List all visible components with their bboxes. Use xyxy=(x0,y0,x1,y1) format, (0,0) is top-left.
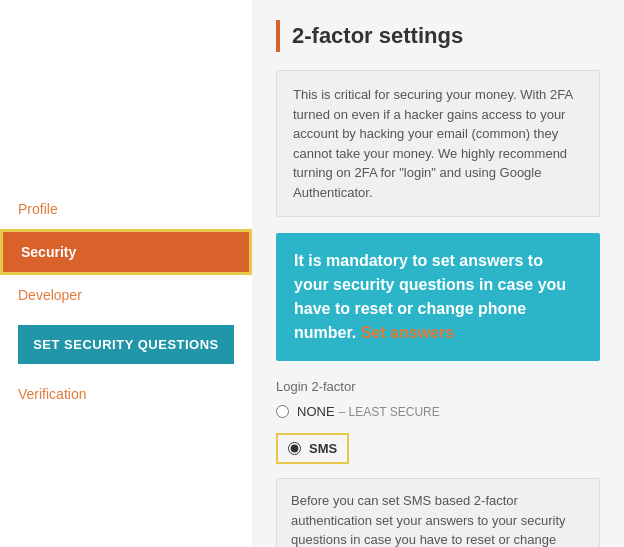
radio-sms-label: SMS xyxy=(309,441,337,456)
login-2fa-label: Login 2-factor xyxy=(276,379,600,394)
sidebar-item-profile[interactable]: Profile xyxy=(0,189,252,229)
sms-info-text: Before you can set SMS based 2-factor au… xyxy=(291,493,566,547)
radio-group: NONE – LEAST SECURE xyxy=(276,404,600,419)
sidebar-item-developer[interactable]: Developer xyxy=(0,275,252,315)
page-title: 2-factor settings xyxy=(292,23,463,49)
sidebar-item-security[interactable]: Security xyxy=(0,229,252,275)
set-security-questions-button[interactable]: SET SECURITY QUESTIONS xyxy=(18,325,234,364)
sms-option-wrapper[interactable]: SMS xyxy=(276,433,349,464)
sidebar-item-verification[interactable]: Verification xyxy=(0,374,252,414)
radio-none-input[interactable] xyxy=(276,405,289,418)
info-box: This is critical for securing your money… xyxy=(276,70,600,217)
title-accent-bar xyxy=(276,20,280,52)
main-content: 2-factor settings This is critical for s… xyxy=(252,0,624,547)
sms-info-box: Before you can set SMS based 2-factor au… xyxy=(276,478,600,547)
radio-none-suffix: – LEAST SECURE xyxy=(339,405,440,419)
mandatory-set-answers-link[interactable]: Set answers xyxy=(361,324,454,341)
mandatory-box: It is mandatory to set answers to your s… xyxy=(276,233,600,361)
page-title-section: 2-factor settings xyxy=(276,20,600,52)
sidebar: Profile Security Developer SET SECURITY … xyxy=(0,0,252,547)
radio-none-label: NONE xyxy=(297,404,335,419)
radio-option-none[interactable]: NONE – LEAST SECURE xyxy=(276,404,600,419)
radio-sms-input[interactable] xyxy=(288,442,301,455)
